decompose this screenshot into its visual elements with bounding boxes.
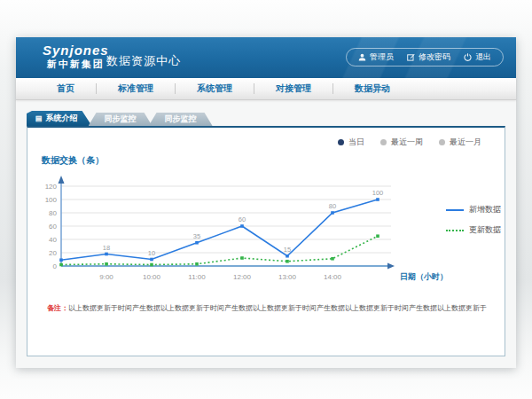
power-icon [464,53,472,61]
svg-text:120: 120 [45,183,58,191]
main-nav: 首页标准管理系统管理对接管理数据异动 [16,78,516,100]
svg-text:100: 100 [372,189,384,197]
note-label: 备注： [47,304,68,312]
user-action-admin[interactable]: 管理员 [358,51,394,63]
radio-dot [380,139,387,145]
tab-document-icon: ▤ [35,115,43,122]
svg-text:80: 80 [329,202,336,210]
user-action-label: 退出 [475,51,491,63]
svg-text:40: 40 [49,236,57,244]
tab-1[interactable]: 同步监控 [89,113,153,126]
time-filter-option-2[interactable]: 最近一月 [439,137,481,148]
page-title: 数据资源中心 [106,53,181,69]
svg-text:100: 100 [45,196,58,204]
svg-text:10: 10 [148,249,155,257]
svg-text:60: 60 [49,223,57,231]
svg-text:11:00: 11:00 [188,273,206,281]
tab-label: 系统介绍 [46,113,78,124]
time-filter-option-0[interactable]: 当日 [338,137,364,148]
nav-item-0[interactable]: 首页 [35,82,96,95]
tab-label: 同步监控 [105,113,137,125]
user-icon [358,53,366,61]
footer-note: 备注：以上数据更新于时间产生数据以上数据更新于时间产生数据以上数据更新于时间产生… [47,303,505,313]
tab-bar: ▤系统介绍同步监控同步监控 [27,111,516,126]
note-text: 以上数据更新于时间产生数据以上数据更新于时间产生数据以上数据更新于时间产生数据以… [68,304,487,312]
nav-item-4[interactable]: 数据异动 [333,82,411,95]
content-panel: 当日最近一周最近一月 数据交换（条） 0204060801001209:0010… [27,126,505,356]
legend-label: 新增数据 [469,204,501,215]
legend-swatch [446,209,464,211]
svg-text:9:00: 9:00 [99,273,113,281]
radio-dot [338,139,344,145]
svg-text:10:00: 10:00 [143,273,161,281]
chart-title: 数据交换（条） [42,154,505,167]
user-action-label: 管理员 [370,51,394,63]
tab-label: 同步监控 [165,113,197,125]
time-filter-option-1[interactable]: 最近一周 [380,137,423,148]
nav-item-2[interactable]: 系统管理 [176,82,254,95]
user-toolbar: 管理员修改密码退出 [346,48,504,66]
legend-item-0: 新增数据 [446,204,505,215]
legend-item-1: 更新数据 [446,224,505,236]
chart-legend: 新增数据更新数据 [446,145,505,294]
svg-text:60: 60 [239,215,246,223]
nav-item-1[interactable]: 标准管理 [97,82,175,95]
svg-text:14:00: 14:00 [324,273,342,281]
app-window: Synjones 新中新集团 数据资源中心 管理员修改密码退出 首页标准管理系统… [16,37,516,368]
company-logo: Synjones 新中新集团 [43,43,109,70]
svg-text:12:00: 12:00 [233,273,252,281]
svg-text:18: 18 [103,244,110,252]
radio-label: 当日 [348,137,364,148]
svg-text:13:00: 13:00 [278,273,297,281]
radio-label: 最近一月 [450,137,481,148]
svg-text:35: 35 [193,232,200,240]
line-chart: 0204060801001209:0010:0011:0012:0013:001… [36,170,446,294]
time-filter-group: 当日最近一周最近一月 [338,137,481,148]
nav-item-3[interactable]: 对接管理 [254,82,332,95]
tab-2[interactable]: 同步监控 [149,113,213,126]
tab-0[interactable]: ▤系统介绍 [27,111,92,126]
radio-dot [439,139,445,145]
logo-text-cn: 新中新集团 [43,58,109,70]
svg-text:80: 80 [49,209,57,217]
chart-area: 0204060801001209:0010:0011:0012:0013:001… [36,170,505,294]
user-action-logout[interactable]: 退出 [464,51,491,63]
svg-text:15: 15 [284,246,291,254]
app-header: Synjones 新中新集团 数据资源中心 管理员修改密码退出 [16,37,516,78]
user-action-change-password[interactable]: 修改密码 [407,51,450,63]
legend-swatch [446,230,464,231]
radio-label: 最近一周 [391,137,423,148]
logo-text-en: Synjones [43,43,109,58]
legend-label: 更新数据 [469,224,501,236]
svg-text:20: 20 [49,249,57,257]
svg-text:日期（小时）: 日期（小时） [400,272,446,281]
svg-text:0: 0 [53,262,58,270]
edit-icon [407,53,415,61]
user-action-label: 修改密码 [419,51,450,63]
